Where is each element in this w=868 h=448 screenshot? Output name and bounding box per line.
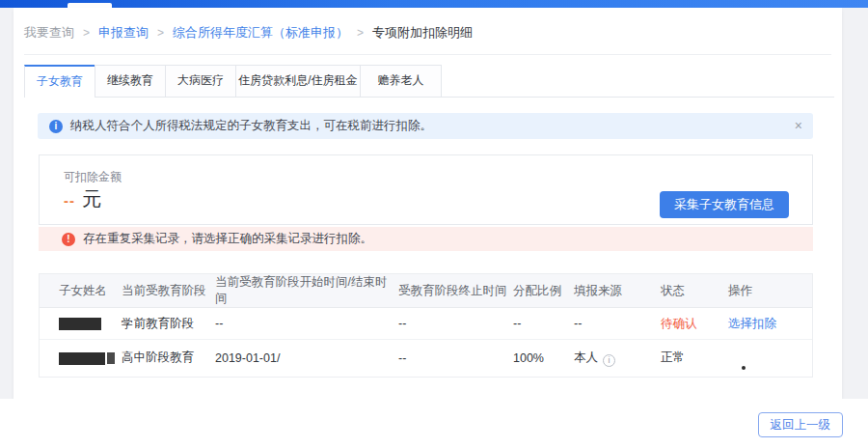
deductible-amount-card: 可扣除金额 -- 元 采集子女教育信息 [39, 154, 813, 225]
back-to-previous-button[interactable]: 返回上一级 [758, 412, 844, 437]
cell-ratio: 100% [513, 340, 574, 377]
tab-housing-loan-rent[interactable]: 住房贷款利息/住房租金 [235, 65, 361, 97]
table-row: 学前教育阶段 -- -- -- -- 待确认 选择扣除 [40, 308, 812, 340]
deductible-amount-value: -- 元 [64, 186, 101, 212]
dot-icon[interactable] [742, 366, 746, 370]
cell-ratio: -- [513, 308, 574, 340]
collect-child-education-button[interactable]: 采集子女教育信息 [660, 191, 789, 218]
info-banner-text: 纳税人符合个人所得税法规定的子女教育支出，可在税前进行扣除。 [70, 118, 432, 134]
cell-source: 本人i [574, 340, 661, 377]
main-panel: 我要查询 > 申报查询 > 综合所得年度汇算（标准申报） > 专项附加扣除明细 … [14, 8, 842, 399]
tab-bar: 子女教育 继续教育 大病医疗 住房贷款利息/住房租金 赡养老人 [24, 65, 834, 98]
tab-continuing-education[interactable]: 继续教育 [95, 65, 166, 97]
tab-serious-illness[interactable]: 大病医疗 [165, 65, 236, 97]
cell-stage: 学前教育阶段 [122, 308, 215, 340]
col-stage-start-end: 当前受教育阶段开始时间/结束时间 [215, 274, 398, 308]
col-allocation-ratio: 分配比例 [513, 274, 574, 308]
footer-bar: 返回上一级 [0, 399, 868, 448]
breadcrumb-separator: > [83, 26, 90, 40]
breadcrumb-separator: > [357, 26, 364, 40]
breadcrumb-item-query: 我要查询 [24, 24, 74, 42]
redacted-name-block [59, 352, 105, 365]
col-operation: 操作 [728, 274, 812, 308]
top-blue-bar [0, 0, 868, 8]
col-stage-termination: 受教育阶段终止时间 [398, 274, 513, 308]
cell-source: -- [574, 308, 661, 340]
cell-child-name [40, 340, 122, 377]
breadcrumb-item-declare-query[interactable]: 申报查询 [98, 24, 149, 42]
source-label: 本人 [574, 350, 598, 364]
col-filing-source: 填报来源 [574, 274, 661, 308]
col-child-name: 子女姓名 [40, 274, 122, 308]
info-circle-icon: i [49, 120, 63, 133]
breadcrumb-separator: > [157, 26, 164, 40]
breadcrumb: 我要查询 > 申报查询 > 综合所得年度汇算（标准申报） > 专项附加扣除明细 [24, 24, 473, 42]
cell-operation [728, 340, 812, 377]
close-icon[interactable]: × [795, 119, 802, 132]
cell-operation: 选择扣除 [728, 308, 812, 340]
select-deduction-link[interactable]: 选择扣除 [728, 317, 776, 330]
breadcrumb-item-annual-settlement[interactable]: 综合所得年度汇算（标准申报） [173, 24, 348, 42]
cell-stage: 高中阶段教育 [122, 340, 215, 377]
cell-child-name [40, 308, 122, 340]
cell-start-end: 2019-01-01/ [215, 340, 398, 377]
col-current-stage: 当前受教育阶段 [122, 274, 215, 308]
breadcrumb-item-current: 专项附加扣除明细 [372, 24, 473, 42]
info-banner: i 纳税人符合个人所得税法规定的子女教育支出，可在税前进行扣除。 × [38, 113, 813, 139]
tab-elderly-support[interactable]: 赡养老人 [360, 65, 442, 97]
amount-unit: 元 [82, 186, 101, 212]
redacted-name-remnant [107, 352, 115, 364]
table-row: 高中阶段教育 2019-01-01/ -- 100% 本人i 正常 [40, 340, 812, 377]
amount-value: -- [64, 192, 75, 209]
redacted-name-block [59, 318, 101, 330]
cell-termination: -- [398, 340, 513, 377]
status-badge: 正常 [661, 340, 728, 377]
cell-start-end: -- [215, 308, 398, 340]
breadcrumb-divider [24, 54, 831, 55]
duplicate-record-warning: ! 存在重复采集记录，请选择正确的采集记录进行扣除。 [39, 227, 813, 251]
col-status: 状态 [661, 274, 728, 308]
deductible-amount-label: 可扣除金额 [64, 169, 122, 185]
exclamation-circle-icon: ! [62, 233, 75, 246]
cell-termination: -- [398, 308, 513, 340]
tab-child-education[interactable]: 子女教育 [24, 65, 95, 98]
education-records-table: 子女姓名 当前受教育阶段 当前受教育阶段开始时间/结束时间 受教育阶段终止时间 … [39, 273, 813, 378]
warning-text: 存在重复采集记录，请选择正确的采集记录进行扣除。 [83, 231, 372, 247]
info-circle-outline-icon[interactable]: i [603, 354, 615, 367]
page: 我要查询 > 申报查询 > 综合所得年度汇算（标准申报） > 专项附加扣除明细 … [0, 0, 868, 448]
table-header-row: 子女姓名 当前受教育阶段 当前受教育阶段开始时间/结束时间 受教育阶段终止时间 … [40, 274, 812, 308]
status-badge: 待确认 [661, 308, 728, 340]
